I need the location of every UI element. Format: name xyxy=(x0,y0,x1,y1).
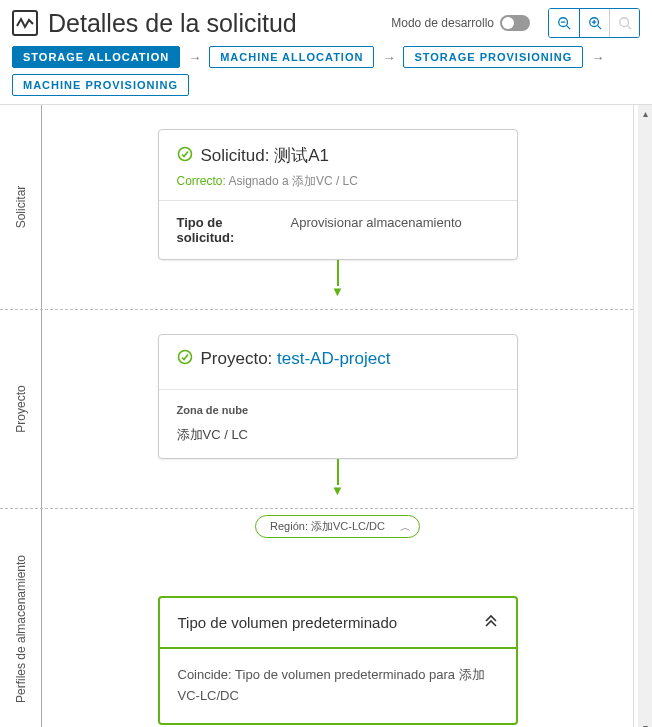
request-type-label: Tipo de solicitud: xyxy=(177,215,267,245)
double-chevron-up-icon xyxy=(484,614,498,631)
scroll-up-arrow[interactable]: ▴ xyxy=(638,105,652,121)
volume-card-detail: Coincide: Tipo de volumen predeterminado… xyxy=(160,649,516,723)
arrow-down-icon: ▼ xyxy=(331,284,344,299)
svg-point-7 xyxy=(619,18,628,27)
request-card-title: Solicitud: 测试A1 xyxy=(201,144,330,167)
zoom-out-button[interactable] xyxy=(549,9,579,37)
chart-wave-icon xyxy=(12,10,38,36)
zoom-in-button[interactable] xyxy=(579,9,609,37)
crumb-machine-provisioning[interactable]: MACHINE PROVISIONING xyxy=(12,74,189,96)
cloud-zone-value: 添加VC / LC xyxy=(177,426,499,444)
svg-line-4 xyxy=(597,26,601,30)
crumb-storage-allocation[interactable]: STORAGE ALLOCATION xyxy=(12,46,180,68)
chevron-up-icon: ︿ xyxy=(400,519,411,534)
section-label-perfiles: Perfiles de almacenamiento xyxy=(14,555,28,703)
crumb-storage-provisioning[interactable]: STORAGE PROVISIONING xyxy=(403,46,583,68)
arrow-down-icon: ▼ xyxy=(331,483,344,498)
svg-line-1 xyxy=(567,26,571,30)
chevron-right-icon: → xyxy=(186,50,203,65)
dev-mode-toggle[interactable] xyxy=(500,15,530,31)
svg-line-8 xyxy=(627,26,631,30)
section-label-solicitar: Solicitar xyxy=(14,186,28,229)
chevron-right-icon: → xyxy=(589,50,606,65)
region-pill-label: Región: 添加VC-LC/DC xyxy=(270,520,385,532)
connector-line xyxy=(337,260,339,286)
connector-line xyxy=(337,459,339,485)
crumb-machine-allocation[interactable]: MACHINE ALLOCATION xyxy=(209,46,374,68)
check-circle-icon xyxy=(177,146,193,166)
volume-type-card[interactable]: Tipo de volumen predeterminado Coincide:… xyxy=(158,596,518,725)
project-card[interactable]: Proyecto: test-AD-project Zona de nube 添… xyxy=(158,334,518,459)
cloud-zone-label: Zona de nube xyxy=(177,404,499,416)
section-label-proyecto: Proyecto xyxy=(14,385,28,432)
zoom-reset-button xyxy=(609,9,639,37)
request-card[interactable]: Solicitud: 测试A1 Correcto: Asignado a 添加V… xyxy=(158,129,518,260)
check-circle-icon xyxy=(177,349,193,369)
page-title: Detalles de la solicitud xyxy=(48,9,297,38)
chevron-right-icon: → xyxy=(380,50,397,65)
request-type-value: Aprovisionar almacenamiento xyxy=(291,215,462,245)
request-status: Correcto: Asignado a 添加VC / LC xyxy=(177,173,499,190)
breadcrumb: STORAGE ALLOCATION → MACHINE ALLOCATION … xyxy=(0,42,652,104)
region-pill[interactable]: Región: 添加VC-LC/DC ︿ xyxy=(255,515,420,538)
project-card-title: Proyecto: test-AD-project xyxy=(201,349,391,369)
scroll-down-arrow[interactable]: ▾ xyxy=(638,719,652,727)
dev-mode-label: Modo de desarrollo xyxy=(391,16,494,30)
volume-card-title: Tipo de volumen predeterminado xyxy=(178,614,398,631)
vertical-scrollbar[interactable]: ▴ ▾ xyxy=(638,105,652,727)
